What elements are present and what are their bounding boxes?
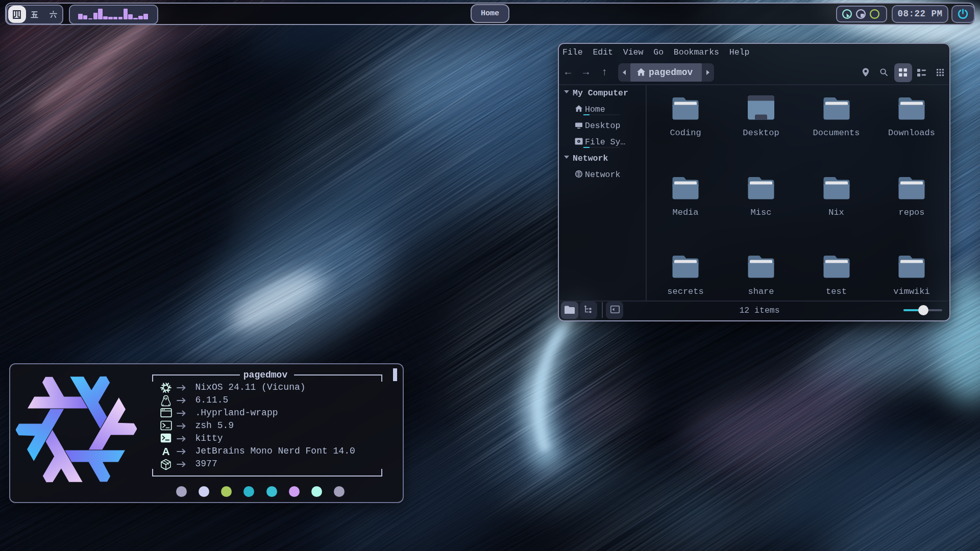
svg-text:A: A (162, 446, 169, 457)
